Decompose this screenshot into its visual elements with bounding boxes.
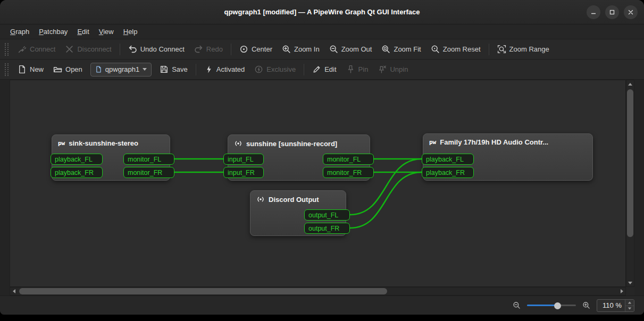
exclusive-toggle[interactable]: Exclusive	[249, 62, 300, 77]
button-label: Activated	[216, 65, 245, 73]
unpin-icon	[378, 65, 387, 74]
horizontal-scrollbar[interactable]	[10, 287, 626, 295]
new-button[interactable]: New	[13, 62, 48, 77]
redo-button[interactable]: Redo	[189, 42, 228, 56]
scrollbar-corner	[626, 287, 634, 295]
connect-button[interactable]: Connect	[13, 42, 60, 56]
exclusive-icon	[254, 65, 263, 74]
edit-button[interactable]: Edit	[307, 62, 341, 77]
zoom-value: 110 %	[597, 301, 625, 309]
patchbay-profile-select[interactable]: qpwgraph1	[90, 63, 152, 77]
close-button[interactable]	[624, 5, 638, 19]
zoom-in-small-icon	[582, 301, 590, 309]
button-label: Zoom Range	[509, 45, 549, 53]
menu-graph[interactable]: Graph	[5, 24, 34, 39]
scroll-up-button[interactable]	[626, 80, 634, 88]
button-label: Pin	[358, 65, 369, 73]
port-sunshine-monitor-fl[interactable]: monitor_FL	[323, 154, 374, 165]
maximize-icon	[609, 9, 615, 15]
open-folder-icon	[53, 65, 62, 74]
arrow-down-icon	[628, 308, 631, 310]
menubar: Graph Patchbay Edit View Help	[0, 24, 644, 39]
center-button[interactable]: Center	[235, 42, 277, 56]
pin-button[interactable]: Pin	[341, 62, 373, 77]
graph-canvas[interactable]: pw sink-sunshine-stereo sunshine [sunshi…	[10, 80, 626, 287]
port-family-playback-fr[interactable]: playback_FR	[422, 167, 474, 178]
port-sink-monitor-fr[interactable]: monitor_FR	[123, 167, 174, 178]
redo-icon	[194, 45, 203, 54]
button-label: Open	[65, 65, 82, 73]
scroll-left-button[interactable]	[10, 287, 18, 295]
zoom-reset-button[interactable]: Zoom Reset	[426, 42, 486, 56]
port-sink-monitor-fl[interactable]: monitor_FL	[123, 154, 174, 165]
zoom-spinbox[interactable]: 110 %	[597, 299, 634, 312]
port-sink-playback-fr[interactable]: playback_FR	[51, 167, 103, 178]
window-title: qpwgraph1 [modified] — A PipeWire Graph …	[224, 8, 420, 16]
port-sunshine-monitor-fr[interactable]: monitor_FR	[323, 167, 374, 178]
menu-patchbay[interactable]: Patchbay	[34, 24, 72, 39]
toolbar-separator	[231, 44, 231, 55]
disconnect-button[interactable]: Disconnect	[60, 42, 116, 56]
save-icon	[160, 65, 169, 74]
vertical-scroll-thumb[interactable]	[627, 89, 633, 237]
menu-edit[interactable]: Edit	[72, 24, 94, 39]
scroll-right-button[interactable]	[617, 287, 626, 295]
port-sunshine-input-fr[interactable]: input_FR	[223, 167, 264, 178]
port-sink-playback-fl[interactable]: playback_FL	[51, 154, 103, 165]
zoom-slider-fill	[527, 305, 557, 306]
maximize-button[interactable]	[605, 5, 619, 19]
save-button[interactable]: Save	[155, 62, 193, 77]
link-discord-output-fr-to-family-playback-fr[interactable]	[350, 172, 422, 228]
patchbay-profile-value: qpwgraph1	[105, 65, 139, 73]
scroll-down-button[interactable]	[626, 278, 634, 287]
patchbay-file-icon	[95, 66, 102, 73]
arrow-left-icon	[13, 289, 15, 293]
horizontal-scroll-thumb[interactable]	[19, 288, 387, 294]
toolbar-separator	[304, 64, 304, 75]
graph-viewport: pw sink-sunshine-stereo sunshine [sunshi…	[0, 80, 644, 295]
zoom-slider[interactable]	[527, 301, 576, 310]
button-label: Exclusive	[266, 65, 296, 73]
menu-help[interactable]: Help	[119, 24, 143, 39]
vertical-scrollbar[interactable]	[626, 80, 634, 287]
button-label: Center	[252, 45, 272, 53]
zoom-out-button[interactable]: Zoom Out	[324, 42, 377, 56]
activated-toggle[interactable]: Activated	[199, 62, 249, 77]
menu-patchbay-label: Patchbay	[39, 28, 68, 36]
zoom-out-small-icon	[513, 301, 521, 309]
menu-view[interactable]: View	[94, 24, 119, 39]
arrow-up-icon	[628, 83, 632, 86]
close-icon	[628, 9, 634, 15]
zoom-out-icon	[329, 45, 338, 54]
open-button[interactable]: Open	[48, 62, 87, 77]
port-discord-output-fl[interactable]: output_FL	[304, 209, 350, 221]
menu-edit-label: Edit	[77, 28, 89, 36]
zoom-fit-button[interactable]: Zoom Fit	[377, 42, 425, 56]
zoom-spin-down[interactable]	[625, 306, 634, 311]
port-sunshine-input-fl[interactable]: input_FL	[223, 154, 264, 165]
port-discord-output-fr[interactable]: output_FR	[304, 223, 350, 234]
minimize-button[interactable]	[587, 5, 600, 19]
button-label: Zoom Fit	[394, 45, 421, 53]
undo-icon	[128, 45, 137, 54]
toolbar-drag-handle[interactable]	[5, 43, 9, 56]
button-label: Save	[172, 65, 188, 73]
toolbar-drag-handle[interactable]	[5, 63, 9, 76]
zoom-range-button[interactable]: Zoom Range	[492, 42, 554, 56]
toolbar-separator	[120, 44, 120, 55]
graph-toolbar: Connect Disconnect Undo Connect Redo	[0, 39, 644, 60]
zoom-slider-handle[interactable]	[554, 302, 561, 309]
connections-layer	[10, 80, 626, 287]
menu-graph-label: Graph	[10, 28, 29, 36]
zoom-spin-up[interactable]	[625, 300, 634, 306]
unpin-button[interactable]: Unpin	[373, 62, 413, 77]
zoom-in-button[interactable]: Zoom In	[277, 42, 324, 56]
arrow-right-icon	[621, 289, 623, 293]
toolbar-separator	[196, 64, 196, 75]
undo-connect-button[interactable]: Undo Connect	[123, 42, 189, 56]
button-label: Edit	[324, 65, 336, 73]
port-family-playback-fl[interactable]: playback_FL	[422, 154, 474, 165]
button-label: New	[30, 65, 44, 73]
button-label: Disconnect	[77, 45, 111, 53]
zoom-fit-icon	[381, 45, 390, 54]
